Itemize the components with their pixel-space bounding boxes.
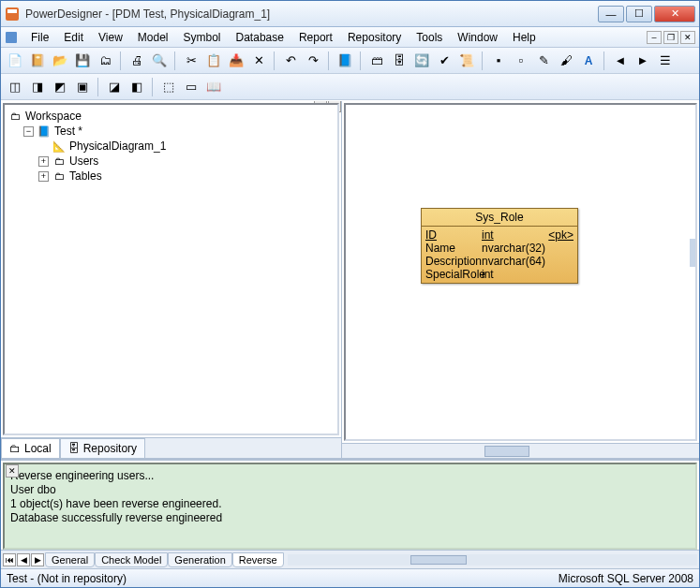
sep [482,51,484,70]
close-button[interactable]: ✕ [654,6,695,22]
maximize-button[interactable]: ☐ [626,6,652,22]
script-button[interactable]: 📜 [456,51,477,71]
toolbar-main: 📄 📔 📂 💾 🗂 🖨 🔍 ✂ 📋 📥 ✕ ↶ ↷ 📘 🗃 🗄 🔄 ✔ 📜 ▪ … [1,48,699,74]
browser-pane: ▬ ✕ 🗀 Workspace − 📘 Test * 📐 PhysicalDi [1,101,342,458]
font-button[interactable]: A [578,51,599,71]
undo-button[interactable]: ↶ [280,51,301,71]
save-button[interactable]: 💾 [72,51,93,71]
compare-button[interactable]: 🔄 [411,51,432,71]
open-button[interactable]: 📂 [50,51,70,71]
titlebar: PowerDesigner - [PDM Test, PhysicalDiagr… [1,1,699,27]
menu-file[interactable]: File [23,29,56,46]
menu-view[interactable]: View [91,29,130,46]
diagram-canvas[interactable]: Sys_Role ID int <pk> Name nvarchar(32) D… [344,103,697,441]
app-icon [5,7,20,22]
log-line: User dbo [10,483,690,496]
menu-database[interactable]: Database [229,29,291,46]
reverse-db-button[interactable]: 🗄 [389,51,410,71]
tab-local[interactable]: 🗀 Local [1,438,60,458]
tree-diagram[interactable]: 📐 PhysicalDiagram_1 [8,139,334,154]
generate-db-button[interactable]: 🗃 [366,51,387,71]
view-btn-9[interactable]: 📖 [203,77,224,97]
status-bar: Test - (Not in repository) Microsoft SQL… [1,568,699,587]
column-row: ID int <pk> [425,228,573,242]
print-preview-button[interactable]: 🔍 [149,51,170,71]
tree-workspace[interactable]: 🗀 Workspace [8,109,334,124]
print-button[interactable]: 🖨 [127,51,147,71]
view-btn-1[interactable]: ◫ [5,77,25,97]
check-model-button[interactable]: ✔ [434,51,454,71]
output-log[interactable]: ✕ Reverse engineering users... User dbo … [3,463,697,550]
new-button[interactable]: 📔 [27,51,48,71]
view-btn-3[interactable]: ◩ [50,77,70,97]
entity-title: Sys_Role [422,209,577,227]
menu-window[interactable]: Window [450,29,505,46]
expand-icon[interactable]: + [38,171,49,182]
pencil-button[interactable]: ✎ [533,51,554,71]
collapse-icon[interactable]: − [23,126,34,137]
copy-button[interactable]: 📋 [203,51,224,71]
menu-edit[interactable]: Edit [56,29,91,46]
tree-users-folder[interactable]: + 🗀 Users [8,154,334,169]
log-line: Reverse engineering users... [10,469,690,482]
output-close-button[interactable]: ✕ [6,464,19,478]
cut-button[interactable]: ✂ [181,51,201,71]
nav-back-button[interactable]: ◄ [610,51,631,71]
tabs-first-button[interactable]: ⏮ [3,553,16,566]
menu-report[interactable]: Report [291,29,340,46]
log-line: 1 object(s) have been reverse engineered… [10,497,690,510]
mdi-restore-button[interactable]: ❐ [663,31,678,44]
view-btn-5[interactable]: ◪ [104,77,125,97]
nav-fwd-button[interactable]: ► [633,51,653,71]
object-browser[interactable]: 🗀 Workspace − 📘 Test * 📐 PhysicalDiagram… [3,103,339,435]
menu-model[interactable]: Model [130,29,176,46]
save-all-button[interactable]: 🗂 [95,51,115,71]
log-line: Database successfully reverse engineered [10,511,690,524]
menu-symbol[interactable]: Symbol [176,29,229,46]
view-btn-8[interactable]: ▭ [181,77,201,97]
view-btn-2[interactable]: ◨ [27,77,48,97]
entity-columns: ID int <pk> Name nvarchar(32) Descriptio… [422,227,577,283]
column-row: Name nvarchar(32) [425,242,573,255]
vertical-scrollbar[interactable] [690,239,695,267]
tree-tables-folder[interactable]: + 🗀 Tables [8,169,334,184]
expand-icon[interactable]: + [38,156,49,167]
redo-button[interactable]: ↷ [303,51,323,71]
diagram-icon: 📐 [52,140,66,153]
folder-icon: 🗀 [52,154,66,168]
tab-repository[interactable]: 🗄 Repository [60,438,145,458]
output-tab-general[interactable]: General [45,552,95,567]
mdi-minimize-button[interactable]: – [647,31,662,44]
brush-button[interactable]: 🖌 [556,51,576,71]
horizontal-scrollbar[interactable] [342,443,699,458]
mdi-close-button[interactable]: ✕ [680,31,695,44]
toolbar-view: ◫ ◨ ◩ ▣ ◪ ◧ ⬚ ▭ 📖 [1,74,699,100]
nav-list-button[interactable]: ☰ [655,51,676,71]
paste-button[interactable]: 📥 [226,51,246,71]
new-model-button[interactable]: 📄 [5,51,25,71]
output-tab-generation[interactable]: Generation [168,552,231,567]
sep [97,78,99,96]
edit-button[interactable]: ▪ [488,51,509,71]
menu-repository[interactable]: Repository [340,29,409,46]
menu-help[interactable]: Help [505,29,544,46]
delete-button[interactable]: ✕ [248,51,269,71]
tabs-next-button[interactable]: ▶ [31,553,44,566]
output-tab-check[interactable]: Check Model [95,552,168,567]
view-btn-7[interactable]: ⬚ [158,77,179,97]
properties-button[interactable]: 📘 [335,51,355,71]
scroll-thumb[interactable] [410,555,467,565]
output-hscroll[interactable] [288,554,697,566]
tabs-prev-button[interactable]: ◀ [17,553,30,566]
table-entity-sys-role[interactable]: Sys_Role ID int <pk> Name nvarchar(32) D… [421,208,578,284]
sep [120,51,122,70]
output-tab-reverse[interactable]: Reverse [232,552,284,567]
scroll-thumb[interactable] [484,446,529,457]
view-btn-4[interactable]: ▣ [72,77,93,97]
view-btn-6[interactable]: ◧ [127,77,147,97]
edit2-button[interactable]: ▫ [511,51,531,71]
menu-tools[interactable]: Tools [409,29,450,46]
minimize-button[interactable]: — [598,6,624,22]
tree-model[interactable]: − 📘 Test * [8,124,334,139]
column-row: SpecialRole int [425,268,573,281]
